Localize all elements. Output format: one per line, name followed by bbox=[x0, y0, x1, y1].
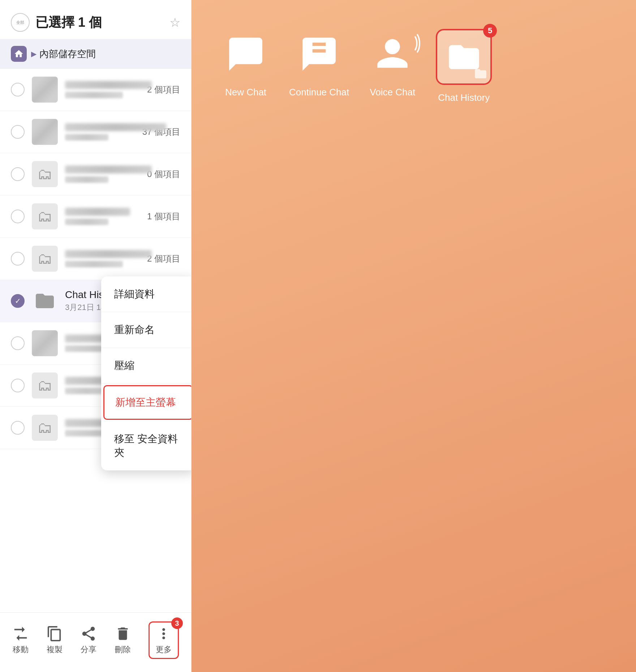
list-item[interactable]: 🗂 1 個項目 bbox=[0, 195, 191, 238]
breadcrumb-text: 內部儲存空間 bbox=[39, 48, 96, 60]
share-button[interactable]: 分享 bbox=[80, 625, 97, 655]
share-label: 分享 bbox=[81, 644, 96, 655]
context-menu: 詳細資料 重新命名 壓縮 新增至主螢幕 移至 安全資料夾 bbox=[101, 276, 191, 470]
file-name-blurred bbox=[65, 123, 166, 131]
radio-button[interactable] bbox=[11, 379, 25, 392]
chat-history-icon-wrap: 5 bbox=[436, 29, 492, 85]
new-chat-icon-wrap bbox=[220, 29, 271, 79]
file-sub-blurred bbox=[65, 134, 108, 141]
list-item[interactable]: 2 個項目 bbox=[0, 69, 191, 111]
file-name-blurred bbox=[65, 81, 152, 89]
radio-button[interactable] bbox=[11, 125, 25, 139]
sound-waves-icon bbox=[407, 33, 421, 54]
new-chat-button[interactable]: New Chat bbox=[220, 29, 271, 98]
file-thumbnail: 🗂 bbox=[32, 372, 58, 399]
file-info bbox=[65, 208, 143, 225]
new-chat-label: New Chat bbox=[225, 87, 266, 98]
folder-icon: 🗂 bbox=[37, 208, 52, 225]
file-count: 2 個項目 bbox=[147, 84, 180, 95]
continue-chat-button[interactable]: Continue Chat bbox=[289, 29, 349, 98]
file-info bbox=[65, 250, 143, 267]
continue-chat-label: Continue Chat bbox=[289, 87, 349, 98]
radio-button-checked[interactable] bbox=[11, 294, 25, 308]
move-button[interactable]: 移動 bbox=[12, 625, 29, 655]
voice-chat-label: Voice Chat bbox=[370, 87, 415, 98]
file-info bbox=[65, 81, 143, 98]
action-row: New Chat Continue Chat bbox=[220, 29, 492, 103]
delete-button[interactable]: 刪除 bbox=[115, 625, 131, 655]
file-sub-blurred bbox=[65, 219, 108, 225]
file-count: 2 個項目 bbox=[147, 253, 180, 264]
file-thumbnail bbox=[32, 330, 58, 356]
file-name-blurred bbox=[65, 165, 152, 173]
select-all-button[interactable]: 全部 bbox=[11, 13, 30, 32]
file-info bbox=[65, 123, 139, 141]
file-thumbnail bbox=[32, 77, 58, 103]
chat-history-badge: 5 bbox=[483, 24, 497, 38]
copy-label: 複製 bbox=[47, 644, 63, 655]
radio-button[interactable] bbox=[11, 336, 25, 350]
chat-history-label: Chat History bbox=[438, 92, 490, 103]
folder-sub-icon bbox=[474, 67, 487, 81]
context-menu-details[interactable]: 詳細資料 bbox=[101, 276, 191, 312]
voice-chat-button[interactable]: Voice Chat bbox=[367, 29, 418, 98]
radio-button[interactable] bbox=[11, 252, 25, 266]
list-item-chat-history[interactable]: Chat History 3月21日 14:59 2 個項目 詳細資料 重新命名… bbox=[0, 280, 191, 322]
file-thumbnail: 🗂 bbox=[32, 161, 58, 187]
delete-label: 刪除 bbox=[115, 644, 131, 655]
select-all-label: 全部 bbox=[16, 20, 24, 25]
breadcrumb[interactable]: ▶ 內部儲存空間 bbox=[0, 39, 191, 69]
folder-icon: 🗂 bbox=[37, 250, 52, 267]
file-sub-blurred bbox=[65, 92, 123, 98]
file-name-blurred bbox=[65, 250, 152, 258]
chat-lines-icon bbox=[299, 34, 339, 74]
folder-thumbnail bbox=[32, 288, 58, 314]
more-button[interactable]: 3 更多 bbox=[149, 621, 179, 659]
context-menu-add-to-home[interactable]: 新增至主螢幕 bbox=[103, 385, 191, 420]
file-thumbnail: 🗂 bbox=[32, 203, 58, 229]
more-label: 更多 bbox=[156, 644, 172, 655]
file-count: 0 個項目 bbox=[147, 168, 180, 180]
chat-history-button[interactable]: 5 Chat History bbox=[436, 29, 492, 103]
home-icon[interactable] bbox=[11, 46, 27, 62]
context-menu-compress[interactable]: 壓縮 bbox=[101, 348, 191, 384]
star-icon[interactable]: ☆ bbox=[169, 15, 180, 30]
radio-button[interactable] bbox=[11, 421, 25, 435]
list-item[interactable]: 🗂 2 個項目 bbox=[0, 238, 191, 280]
file-list: 2 個項目 37 個項目 🗂 0 個項目 bbox=[0, 69, 191, 612]
move-label: 移動 bbox=[13, 644, 29, 655]
copy-button[interactable]: 複製 bbox=[46, 625, 63, 655]
right-panel: New Chat Continue Chat bbox=[192, 0, 636, 672]
continue-chat-icon-wrap bbox=[294, 29, 344, 79]
list-item[interactable]: 🗂 0 個項目 bbox=[0, 153, 191, 195]
more-badge: 3 bbox=[171, 617, 183, 629]
bottom-toolbar: 移動 複製 分享 刪除 3 更多 bbox=[0, 612, 191, 672]
chat-bubble-icon bbox=[226, 34, 266, 74]
voice-chat-icon-wrap bbox=[367, 29, 418, 79]
file-sub-blurred bbox=[65, 261, 123, 267]
file-thumbnail: 🗂 bbox=[32, 415, 58, 441]
file-thumbnail bbox=[32, 119, 58, 145]
folder-icon: 🗂 bbox=[37, 419, 52, 436]
file-thumbnail: 🗂 bbox=[32, 246, 58, 272]
radio-button[interactable] bbox=[11, 167, 25, 181]
voice-person-icon bbox=[374, 36, 411, 72]
context-menu-rename[interactable]: 重新命名 bbox=[101, 312, 191, 348]
selection-count: 已選擇 1 個 bbox=[35, 14, 169, 31]
folder-icon: 🗂 bbox=[37, 377, 52, 394]
breadcrumb-arrow: ▶ bbox=[31, 49, 36, 58]
folder-icon: 🗂 bbox=[37, 165, 52, 183]
context-menu-move-to-safe[interactable]: 移至 安全資料夾 bbox=[101, 421, 191, 470]
file-info bbox=[65, 165, 143, 183]
file-sub-blurred bbox=[65, 176, 108, 183]
header: 全部 已選擇 1 個 ☆ bbox=[0, 0, 191, 39]
list-item[interactable]: 37 個項目 bbox=[0, 111, 191, 153]
file-name-blurred bbox=[65, 208, 130, 216]
file-count: 1 個項目 bbox=[147, 211, 180, 222]
radio-button[interactable] bbox=[11, 210, 25, 223]
left-panel: 全部 已選擇 1 個 ☆ ▶ 內部儲存空間 2 個項目 bbox=[0, 0, 192, 672]
radio-button[interactable] bbox=[11, 83, 25, 96]
